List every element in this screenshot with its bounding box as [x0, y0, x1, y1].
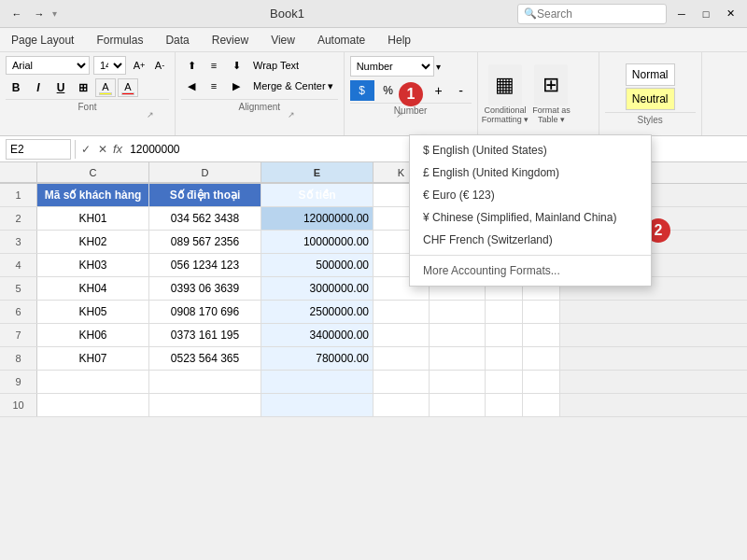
undo-button[interactable]: ←	[7, 6, 26, 22]
menu-review[interactable]: Review	[208, 32, 252, 49]
dropdown-item-chf[interactable]: CHF French (Switzerland)	[410, 229, 651, 251]
neutral-style-cell[interactable]: Neutral	[626, 88, 675, 110]
menu-data[interactable]: Data	[162, 32, 192, 49]
cell-k9[interactable]	[374, 371, 430, 393]
align-top-button[interactable]: ⬆	[181, 56, 202, 75]
redo-button[interactable]: →	[30, 6, 49, 22]
cell-extra1-8[interactable]	[486, 347, 523, 370]
cell-d10[interactable]	[149, 394, 261, 416]
cell-c8[interactable]: KH07	[37, 347, 149, 370]
cell-extra2-10[interactable]	[523, 394, 560, 416]
align-left-button[interactable]: ◀	[181, 77, 202, 95]
col-header-c[interactable]: C	[37, 162, 149, 183]
conditional-formatting-button[interactable]: ▦	[488, 64, 522, 105]
align-bottom-button[interactable]: ⬇	[226, 56, 247, 75]
cell-d2[interactable]: 034 562 3438	[149, 207, 261, 230]
col-header-d[interactable]: D	[149, 162, 261, 183]
cell-l8[interactable]	[430, 347, 486, 370]
cancel-formula-icon[interactable]: ✓	[79, 141, 92, 158]
wrap-text-button[interactable]: Wrap Text	[248, 56, 303, 75]
search-input[interactable]	[537, 7, 658, 21]
italic-button[interactable]: I	[28, 78, 49, 97]
cell-l10[interactable]	[430, 394, 486, 416]
align-dialog-launcher[interactable]: ↗	[288, 110, 295, 119]
cell-e7[interactable]: 3400000.00	[261, 324, 374, 346]
header-so-tien[interactable]: Số tiền	[261, 184, 374, 206]
name-box[interactable]	[6, 139, 71, 160]
cell-l6[interactable]	[430, 301, 486, 323]
cell-k6[interactable]	[374, 301, 430, 323]
dropdown-item-cny[interactable]: ¥ Chinese (Simplified, Mainland China)	[410, 206, 651, 229]
number-dialog-launcher[interactable]: ↗	[396, 110, 403, 119]
more-accounting-formats-link[interactable]: More Accounting Formats...	[410, 259, 651, 282]
header-so-dt[interactable]: Số điện thoại	[149, 184, 261, 206]
cell-e6[interactable]: 2500000.00	[261, 301, 374, 323]
cell-e5[interactable]: 3000000.00	[261, 277, 374, 300]
align-center-button[interactable]: ≡	[204, 77, 224, 95]
maximize-button[interactable]: □	[697, 6, 715, 22]
fill-color-button[interactable]: A	[95, 78, 116, 97]
cell-d4[interactable]: 056 1234 123	[149, 254, 261, 276]
cell-extra2-9[interactable]	[523, 371, 560, 393]
underline-button[interactable]: U	[50, 78, 71, 97]
percent-button[interactable]: %	[376, 80, 401, 101]
cell-d8[interactable]: 0523 564 365	[149, 347, 261, 370]
cell-d6[interactable]: 0908 170 696	[149, 301, 261, 323]
align-middle-button[interactable]: ≡	[204, 56, 224, 75]
dropdown-item-usd[interactable]: $ English (United States)	[410, 139, 651, 161]
cell-extra2-8[interactable]	[523, 347, 560, 370]
number-format-arrow[interactable]: ▾	[436, 62, 441, 72]
decrease-font-button[interactable]: A-	[150, 57, 169, 74]
cell-l7[interactable]	[430, 324, 486, 346]
align-right-button[interactable]: ▶	[226, 77, 247, 95]
cell-extra2-7[interactable]	[523, 324, 560, 346]
cell-c3[interactable]: KH02	[37, 231, 149, 253]
cell-k10[interactable]	[374, 394, 430, 416]
format-as-table-button[interactable]: ⊞	[534, 64, 568, 105]
search-box[interactable]: 🔍	[517, 4, 667, 24]
cell-l9[interactable]	[430, 371, 486, 393]
cell-c5[interactable]: KH04	[37, 277, 149, 300]
dropdown-item-gbp[interactable]: £ English (United Kingdom)	[410, 161, 651, 184]
font-dialog-launcher[interactable]: ↗	[147, 110, 154, 119]
font-color-button[interactable]: A	[118, 78, 138, 97]
cell-d7[interactable]: 0373 161 195	[149, 324, 261, 346]
font-family-select[interactable]: Arial	[6, 56, 90, 75]
dropdown-item-eur[interactable]: € Euro (€ 123)	[410, 184, 651, 206]
cell-e2[interactable]: 12000000.00	[261, 207, 374, 230]
increase-font-button[interactable]: A+	[130, 57, 148, 74]
decrease-decimal-button[interactable]: -	[451, 80, 472, 101]
cell-extra1-9[interactable]	[486, 371, 523, 393]
menu-automate[interactable]: Automate	[314, 32, 369, 49]
minimize-button[interactable]: ─	[672, 6, 691, 22]
cell-c7[interactable]: KH06	[37, 324, 149, 346]
insert-function-icon[interactable]: fx	[113, 142, 122, 156]
accounting-format-button[interactable]: $	[350, 80, 374, 101]
cell-e9[interactable]	[261, 371, 374, 393]
normal-style-cell[interactable]: Normal	[626, 63, 675, 86]
cell-d3[interactable]: 089 567 2356	[149, 231, 261, 253]
cell-d5[interactable]: 0393 06 3639	[149, 277, 261, 300]
cell-c6[interactable]: KH05	[37, 301, 149, 323]
cell-extra1-10[interactable]	[486, 394, 523, 416]
cell-extra1-6[interactable]	[486, 301, 523, 323]
font-size-select[interactable]: 14	[93, 56, 126, 75]
merge-center-button[interactable]: Merge & Center ▾	[248, 77, 338, 95]
bold-button[interactable]: B	[6, 78, 26, 97]
enter-formula-icon[interactable]: ✕	[96, 141, 109, 158]
close-button[interactable]: ✕	[721, 6, 740, 22]
increase-decimal-button[interactable]: +	[429, 80, 449, 101]
cell-e4[interactable]: 500000.00	[261, 254, 374, 276]
border-button[interactable]: ⊞	[73, 78, 93, 97]
cell-k8[interactable]	[374, 347, 430, 370]
cell-e10[interactable]	[261, 394, 374, 416]
cell-c4[interactable]: KH03	[37, 254, 149, 276]
number-format-select[interactable]: Number	[350, 56, 434, 77]
cell-e3[interactable]: 10000000.00	[261, 231, 374, 253]
cell-extra1-7[interactable]	[486, 324, 523, 346]
menu-formulas[interactable]: Formulas	[92, 32, 147, 49]
cell-e8[interactable]: 780000.00	[261, 347, 374, 370]
merge-dropdown-arrow[interactable]: ▾	[328, 80, 333, 92]
cell-c10[interactable]	[37, 394, 149, 416]
col-header-e[interactable]: E	[261, 162, 374, 183]
